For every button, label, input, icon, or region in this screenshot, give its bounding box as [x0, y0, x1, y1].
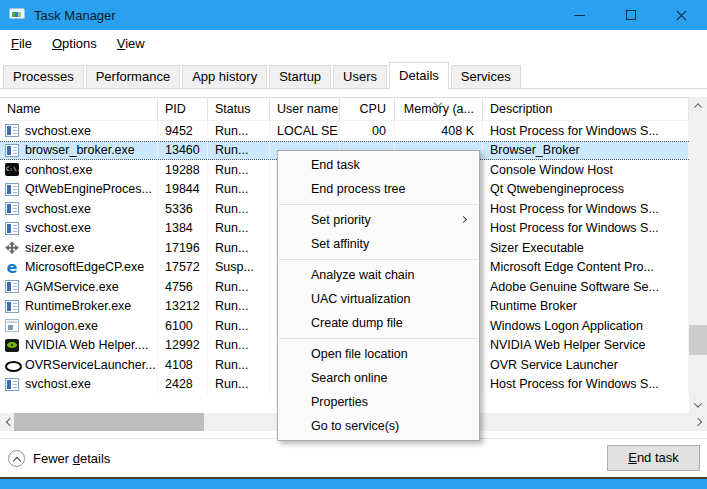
menubar-item-view[interactable]: View	[107, 36, 155, 51]
cell-text: winlogon.exe	[25, 319, 98, 333]
menu-item-end-task[interactable]: End task	[278, 153, 479, 177]
cell-status: Run...	[208, 238, 270, 258]
cell-text: conhost.exe	[25, 163, 92, 177]
cell-text: Qt Qtwebengineprocess	[490, 182, 624, 196]
ovr-icon	[5, 358, 19, 371]
column-header-pid[interactable]: PID	[158, 98, 208, 120]
chevron-up-icon	[694, 103, 702, 111]
scroll-up-button[interactable]	[689, 97, 707, 114]
cell-text: Run...	[215, 299, 248, 313]
cell-text: 2428	[165, 377, 193, 391]
cell-text: Sizer Executable	[490, 241, 584, 255]
horizontal-scrollbar-thumb[interactable]	[14, 413, 204, 431]
tab-app-history[interactable]: App history	[182, 65, 267, 88]
cell-text: Run...	[215, 280, 248, 294]
cell-text: 12992	[165, 338, 200, 352]
cell-text: OVRServiceLauncher...	[25, 358, 156, 372]
fewer-details-button[interactable]: Fewer details	[8, 450, 110, 467]
menubar-item-file[interactable]: File	[1, 36, 42, 51]
cell-pid: 19288	[158, 160, 208, 180]
cell-pid: 4108	[158, 355, 208, 375]
table-header: NamePIDStatusUser nameCPUMemory (a...Des…	[0, 97, 689, 121]
menubar-item-options[interactable]: Options	[42, 36, 107, 51]
scroll-right-button[interactable]	[691, 413, 707, 431]
menu-bar: FileOptionsView	[0, 30, 707, 56]
scroll-down-button[interactable]	[689, 396, 707, 413]
cell-pid: 17196	[158, 238, 208, 258]
cell-text: 13460	[165, 143, 200, 157]
cell-text: 9452	[165, 124, 193, 138]
cell-desc: OVR Service Launcher	[483, 355, 689, 375]
cell-status: Susp...	[208, 258, 270, 278]
cell-text: 00	[372, 124, 386, 138]
cell-status: Run...	[208, 277, 270, 297]
cell-name: RuntimeBroker.exe	[0, 297, 158, 317]
cell-desc: Host Process for Windows S...	[483, 121, 689, 141]
cell-name: svchost.exe	[0, 121, 158, 141]
column-header-description[interactable]: Description	[483, 98, 689, 120]
column-label: Description	[490, 102, 553, 116]
tab-performance[interactable]: Performance	[86, 65, 180, 88]
cell-text: svchost.exe	[25, 124, 91, 138]
close-icon	[675, 9, 688, 22]
cell-desc: Microsoft Edge Content Pro...	[483, 258, 689, 278]
menu-item-end-process-tree[interactable]: End process tree	[278, 177, 479, 201]
cell-pid: 13460	[158, 142, 208, 160]
cell-text: 1384	[165, 221, 193, 235]
menu-item-go-to-service-s[interactable]: Go to service(s)	[278, 414, 479, 438]
table-row[interactable]: svchost.exe9452Run...LOCAL SE...00408 KH…	[0, 121, 689, 141]
menu-item-create-dump-file[interactable]: Create dump file	[278, 311, 479, 335]
vertical-scrollbar[interactable]	[689, 97, 707, 413]
cell-status: Run...	[208, 375, 270, 395]
cell-text: 4108	[165, 358, 193, 372]
cell-pid: 1384	[158, 219, 208, 239]
cell-name: sizer.exe	[0, 238, 158, 258]
menu-item-set-affinity[interactable]: Set affinity	[278, 232, 479, 256]
tab-services[interactable]: Services	[451, 65, 521, 88]
cell-text: Run...	[215, 338, 248, 352]
close-button[interactable]	[656, 0, 707, 30]
cell-text: Console Window Host	[490, 163, 613, 177]
tab-details[interactable]: Details	[389, 62, 449, 89]
menu-item-open-file-location[interactable]: Open file location	[278, 342, 479, 366]
menu-item-properties[interactable]: Properties	[278, 390, 479, 414]
maximize-button[interactable]	[605, 0, 656, 30]
cell-desc: Console Window Host	[483, 160, 689, 180]
cell-text: Run...	[215, 182, 248, 196]
minimize-button[interactable]	[554, 0, 605, 30]
column-header-status[interactable]: Status	[208, 98, 270, 120]
cell-name: NVIDIA Web Helper....	[0, 336, 158, 356]
column-header-cpu[interactable]: CPU	[340, 98, 395, 120]
menu-item-uac-virtualization[interactable]: UAC virtualization	[278, 287, 479, 311]
end-task-button[interactable]: End task	[607, 445, 700, 471]
cell-text: LOCAL SE...	[277, 124, 340, 138]
menu-item-search-online[interactable]: Search online	[278, 366, 479, 390]
menu-item-set-priority[interactable]: Set priority	[278, 208, 479, 232]
cell-status: Run...	[208, 160, 270, 180]
column-header-memory-a[interactable]: Memory (a...	[395, 98, 483, 120]
cell-text: Host Process for Windows S...	[490, 202, 659, 216]
app-window-icon	[5, 222, 19, 235]
cell-status: Run...	[208, 121, 270, 141]
chevron-left-icon	[5, 418, 13, 426]
tab-processes[interactable]: Processes	[3, 65, 84, 88]
vertical-scrollbar-thumb[interactable]	[689, 325, 707, 355]
tab-users[interactable]: Users	[333, 65, 387, 88]
cell-text: QtWebEngineProces...	[25, 182, 152, 196]
cell-text: 19288	[165, 163, 200, 177]
menu-item-label: Go to service(s)	[311, 419, 399, 433]
cell-text: OVR Service Launcher	[490, 358, 618, 372]
menu-item-analyze-wait-chain[interactable]: Analyze wait chain	[278, 263, 479, 287]
cell-text: 6100	[165, 319, 193, 333]
cell-user: LOCAL SE...	[270, 121, 340, 141]
column-header-name[interactable]: Name	[0, 98, 158, 120]
cell-name: svchost.exe	[0, 199, 158, 219]
task-manager-icon	[9, 8, 26, 22]
cell-text: Run...	[215, 377, 248, 391]
app-window-icon	[5, 124, 19, 137]
cell-text: AGMService.exe	[25, 280, 119, 294]
column-label: User name	[277, 102, 338, 116]
submenu-arrow-icon	[460, 216, 467, 223]
column-header-user-name[interactable]: User name	[270, 98, 340, 120]
tab-startup[interactable]: Startup	[269, 65, 331, 88]
